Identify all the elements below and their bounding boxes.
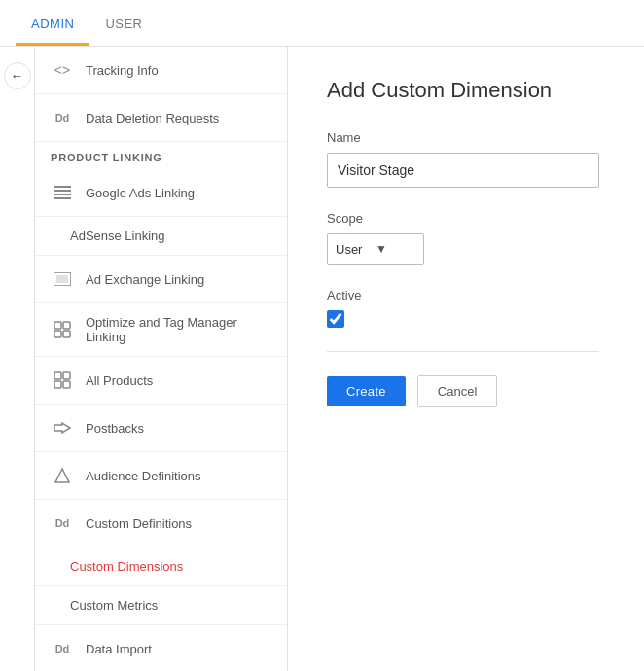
- scope-label: Scope: [327, 211, 605, 226]
- svg-rect-2: [54, 194, 71, 195]
- sidebar-item-label: Data Deletion Requests: [86, 111, 219, 125]
- svg-rect-0: [54, 186, 71, 188]
- sidebar-item-label: Custom Definitions: [86, 516, 192, 531]
- sidebar-item-custom-metrics[interactable]: Custom Metrics: [35, 586, 287, 625]
- sidebar-item-label: Audience Definitions: [86, 469, 201, 483]
- sidebar-item-label: All Products: [86, 373, 153, 388]
- code-icon: <>: [51, 58, 74, 82]
- sidebar-item-custom-definitions[interactable]: Dd Custom Definitions: [35, 500, 287, 547]
- sidebar-item-data-deletion[interactable]: Dd Data Deletion Requests: [35, 94, 287, 142]
- svg-rect-9: [63, 331, 70, 337]
- optimize-tag-icon: [51, 318, 74, 341]
- scope-field-group: Scope User ▼: [327, 211, 605, 265]
- top-nav: ADMIN USER: [0, 0, 644, 47]
- name-field-group: Name: [327, 130, 605, 188]
- svg-rect-10: [54, 372, 61, 379]
- name-label: Name: [327, 130, 605, 145]
- sidebar-item-adsense[interactable]: AdSense Linking: [35, 217, 287, 256]
- sidebar-toggle-button[interactable]: ←: [4, 62, 31, 89]
- sidebar-item-label: Custom Metrics: [70, 598, 158, 613]
- sidebar-item-label: Google Ads Linking: [86, 186, 195, 200]
- sidebar-item-label: Data Import: [86, 642, 152, 656]
- sidebar-item-postbacks[interactable]: Postbacks: [35, 405, 287, 452]
- svg-rect-1: [54, 190, 71, 192]
- sidebar-item-label: Ad Exchange Linking: [86, 272, 204, 287]
- main-layout: ← <> Tracking Info Dd Data Deletion Requ…: [0, 47, 644, 671]
- google-ads-icon: [51, 181, 74, 204]
- sidebar-item-label: Tracking Info: [86, 63, 159, 78]
- sidebar: <> Tracking Info Dd Data Deletion Reques…: [35, 47, 288, 671]
- sidebar-item-ad-exchange[interactable]: Ad Exchange Linking: [35, 256, 287, 303]
- postbacks-icon: [51, 416, 74, 440]
- active-label: Active: [327, 288, 605, 302]
- content-area: Add Custom Dimension Name Scope User ▼ A…: [288, 47, 644, 671]
- audience-icon: [51, 464, 74, 487]
- sidebar-item-label: Optimize and Tag Manager Linking: [86, 315, 271, 344]
- dd-icon-custom-defs: Dd: [51, 512, 74, 535]
- back-arrow-icon: ←: [11, 68, 24, 84]
- button-row: Create Cancel: [327, 375, 605, 407]
- sidebar-item-custom-dimensions[interactable]: Custom Dimensions: [35, 547, 287, 586]
- create-button[interactable]: Create: [327, 376, 406, 406]
- dd-icon-data-import: Dd: [51, 637, 74, 660]
- dd-icon-data-deletion: Dd: [51, 106, 74, 129]
- tab-user[interactable]: USER: [89, 3, 158, 46]
- sidebar-item-google-ads[interactable]: Google Ads Linking: [35, 169, 287, 217]
- sidebar-item-label: Postbacks: [86, 421, 144, 436]
- active-checkbox[interactable]: [327, 310, 344, 328]
- sidebar-item-label: AdSense Linking: [70, 229, 165, 243]
- active-field-group: Active: [327, 288, 605, 328]
- name-input[interactable]: [327, 153, 599, 188]
- svg-rect-5: [56, 275, 68, 283]
- svg-rect-13: [63, 381, 70, 388]
- sidebar-item-optimize-tag[interactable]: Optimize and Tag Manager Linking: [35, 303, 287, 357]
- svg-rect-8: [54, 331, 61, 337]
- sidebar-item-all-products[interactable]: All Products: [35, 357, 287, 405]
- ad-exchange-icon: [51, 267, 74, 291]
- chevron-down-icon: ▼: [376, 242, 415, 256]
- tab-admin[interactable]: ADMIN: [16, 3, 89, 46]
- scope-value: User: [336, 242, 376, 257]
- cancel-button[interactable]: Cancel: [417, 375, 497, 407]
- sidebar-item-tracking-info[interactable]: <> Tracking Info: [35, 47, 287, 94]
- section-header-product-linking: PRODUCT LINKING: [35, 142, 287, 169]
- scope-dropdown[interactable]: User ▼: [327, 233, 424, 265]
- svg-rect-3: [54, 197, 71, 199]
- active-checkbox-wrapper: [327, 310, 605, 328]
- svg-rect-11: [63, 372, 70, 379]
- all-products-icon: [51, 369, 74, 392]
- sidebar-item-audience-definitions[interactable]: Audience Definitions: [35, 452, 287, 500]
- page-title: Add Custom Dimension: [327, 78, 605, 103]
- svg-rect-7: [63, 322, 70, 329]
- svg-rect-6: [54, 322, 61, 329]
- form-divider: [327, 351, 599, 352]
- sidebar-item-data-import[interactable]: Dd Data Import: [35, 625, 287, 671]
- sidebar-item-label: Custom Dimensions: [70, 559, 183, 574]
- sidebar-toggle-area: ←: [0, 47, 35, 671]
- svg-rect-12: [54, 381, 61, 388]
